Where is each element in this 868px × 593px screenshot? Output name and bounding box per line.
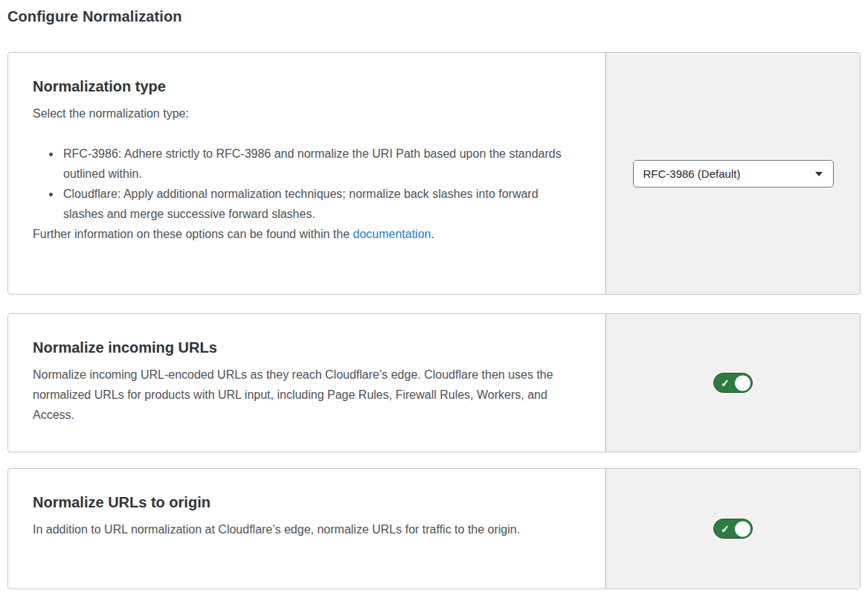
- card-heading: Normalize incoming URLs: [33, 339, 570, 356]
- card-control-panel: ✓: [605, 314, 860, 452]
- footer-text-after: .: [431, 228, 434, 240]
- normalize-incoming-urls-toggle[interactable]: ✓: [713, 373, 753, 393]
- card-control-panel: ✓: [605, 469, 860, 589]
- select-value: RFC-3986 (Default): [643, 167, 741, 180]
- card-intro: Select the normalization type:: [33, 103, 570, 124]
- card-normalize-incoming-urls: Normalize incoming URLs Normalize incomi…: [7, 313, 861, 452]
- card-heading: Normalize URLs to origin: [33, 494, 570, 511]
- card-content: Normalize URLs to origin In addition to …: [8, 469, 605, 589]
- card-normalize-urls-to-origin: Normalize URLs to origin In addition to …: [7, 468, 861, 589]
- card-content: Normalization type Select the normalizat…: [8, 53, 605, 294]
- card-content: Normalize incoming URLs Normalize incomi…: [8, 314, 605, 452]
- card-description: Normalize incoming URL-encoded URLs as t…: [33, 365, 570, 425]
- list-item-cloudflare: Cloudflare: Apply additional normalizati…: [61, 184, 570, 224]
- footer-text-before: Further information on these options can…: [33, 228, 353, 240]
- card-control-panel: RFC-3986 (Default): [605, 53, 860, 294]
- card-normalization-type: Normalization type Select the normalizat…: [7, 52, 861, 295]
- card-heading: Normalization type: [33, 78, 570, 95]
- normalize-urls-to-origin-toggle[interactable]: ✓: [713, 519, 753, 539]
- list-item-rfc3986: RFC-3986: Adhere strictly to RFC-3986 an…: [61, 144, 570, 184]
- checkmark-icon: ✓: [721, 378, 730, 388]
- checkmark-icon: ✓: [721, 524, 730, 534]
- chevron-down-icon: [815, 172, 823, 176]
- toggle-knob: [735, 521, 750, 536]
- normalization-options-list: RFC-3986: Adhere strictly to RFC-3986 an…: [33, 144, 570, 224]
- documentation-link[interactable]: documentation: [353, 228, 431, 240]
- normalization-type-select[interactable]: RFC-3986 (Default): [633, 160, 834, 187]
- card-footer-note: Further information on these options can…: [33, 224, 570, 244]
- configure-normalization-page: Configure Normalization Normalization ty…: [0, 0, 868, 593]
- card-description: In addition to URL normalization at Clou…: [33, 519, 570, 539]
- page-title: Configure Normalization: [7, 8, 861, 25]
- toggle-knob: [735, 375, 750, 391]
